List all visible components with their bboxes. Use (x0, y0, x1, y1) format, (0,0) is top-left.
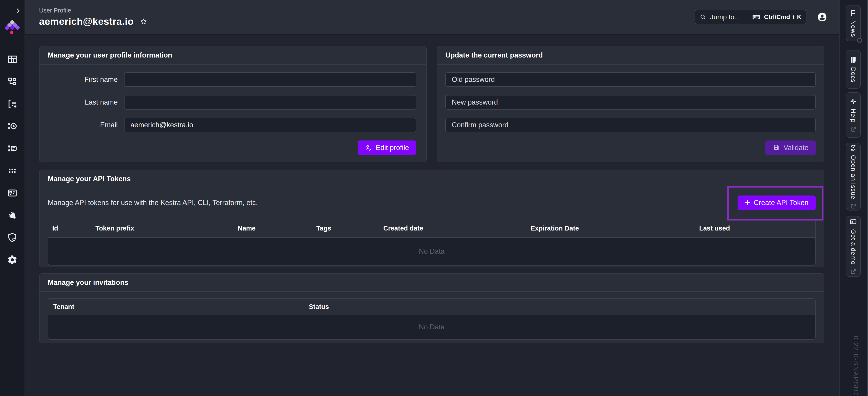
edit-profile-button[interactable]: Edit profile (358, 141, 416, 155)
col-id: Id (52, 224, 95, 232)
col-tags: Tags (316, 224, 383, 232)
create-api-token-button[interactable]: + Create API Token (738, 195, 816, 210)
last-name-input[interactable] (124, 95, 416, 110)
external-link-icon (850, 203, 857, 209)
nav-revisions-icon[interactable] (7, 121, 18, 131)
nav-administration-icon[interactable] (7, 232, 18, 243)
nav-blueprints-icon[interactable] (7, 188, 18, 198)
col-expiration-date: Expiration Date (531, 224, 699, 232)
sidebar-expand-chevron-icon[interactable] (14, 7, 21, 14)
book-icon (849, 56, 857, 63)
plus-icon: + (745, 198, 750, 207)
col-name: Name (238, 224, 316, 232)
account-edit-icon (365, 144, 372, 151)
keyboard-icon (752, 13, 761, 21)
first-name-label: First name (50, 75, 124, 84)
flag-icon (849, 9, 857, 17)
col-tenant: Tenant (53, 303, 309, 310)
save-icon (773, 144, 780, 151)
search-placeholder: Jump to... (710, 13, 748, 21)
invitations-empty-state: No Data (48, 315, 815, 339)
col-last-used: Last used (699, 224, 815, 232)
monitor-icon (849, 218, 857, 225)
slack-icon (849, 98, 857, 105)
old-password-input[interactable] (445, 72, 816, 87)
email-label: Email (50, 121, 124, 129)
col-token-prefix: Token prefix (95, 224, 238, 232)
top-bar: User Profile aemerich@kestra.io Jump to.… (25, 0, 839, 35)
page-heading: User Profile aemerich@kestra.io (39, 7, 148, 27)
search-icon (700, 13, 707, 21)
api-tokens-table-header: Id Token prefix Name Tags Created date E… (48, 219, 815, 237)
password-card-title: Update the current password (445, 51, 543, 59)
page-title: aemerich@kestra.io (39, 16, 134, 27)
sidebar-nav (0, 54, 25, 265)
left-sidebar (0, 0, 25, 396)
help-button[interactable]: Help (846, 92, 861, 138)
first-name-row: First name (50, 72, 416, 87)
api-tokens-table: Id Token prefix Name Tags Created date E… (48, 219, 816, 266)
main-content: Manage your user profile information Fir… (25, 35, 839, 396)
nav-dashboard-icon[interactable] (7, 54, 18, 65)
external-link-icon (850, 126, 857, 132)
version-label: 0.22.0-SNAPSHOT (852, 336, 860, 396)
nav-logs-icon[interactable] (7, 143, 18, 154)
api-tokens-card-title: Manage your API Tokens (48, 175, 131, 183)
kestra-app: User Profile aemerich@kestra.io Jump to.… (0, 0, 868, 396)
kestra-logo[interactable] (5, 20, 20, 36)
docs-button[interactable]: Docs (846, 50, 861, 89)
news-notification-badge (857, 38, 862, 43)
jump-to-search[interactable]: Jump to... Ctrl/Cmd + K (694, 10, 806, 24)
get-a-demo-button[interactable]: Get a demo (846, 216, 861, 277)
email-row: Email (50, 118, 416, 132)
invitations-card-title: Manage your invitations (48, 278, 128, 287)
last-name-label: Last name (50, 98, 124, 106)
col-created-date: Created date (383, 224, 531, 232)
last-name-row: Last name (50, 95, 416, 110)
user-avatar-icon[interactable] (817, 12, 827, 22)
issue-reopened-icon (849, 144, 857, 151)
api-tokens-empty-state: No Data (48, 237, 815, 265)
profile-card: Manage your user profile information Fir… (39, 46, 427, 162)
api-tokens-description: Manage API tokens for use with the Kestr… (48, 199, 258, 207)
nav-namespaces-icon[interactable] (7, 165, 18, 176)
validate-button[interactable]: Validate (765, 141, 816, 155)
first-name-input[interactable] (124, 72, 416, 87)
profile-card-title: Manage your user profile information (48, 51, 172, 59)
right-rail: News Docs Help Open an Issue Get a demo … (839, 0, 868, 396)
confirm-password-input[interactable] (445, 118, 816, 132)
nav-executions-icon[interactable] (7, 99, 18, 109)
search-shortcut: Ctrl/Cmd + K (764, 13, 801, 21)
nav-flows-icon[interactable] (7, 77, 18, 87)
favorite-star-icon[interactable] (140, 18, 148, 26)
api-tokens-card: Manage your API Tokens Manage API tokens… (39, 170, 825, 267)
invitations-card: Manage your invitations Tenant Status No… (39, 273, 825, 343)
news-button[interactable]: News (846, 5, 861, 41)
window-scrollbar[interactable] (867, 0, 868, 396)
open-an-issue-button[interactable]: Open an Issue (846, 143, 861, 211)
nav-plugins-icon[interactable] (7, 210, 18, 220)
col-status: Status (309, 303, 815, 310)
email-input[interactable] (124, 118, 416, 132)
breadcrumb: User Profile (39, 7, 148, 14)
external-link-icon (850, 269, 857, 275)
invitations-table-header: Tenant Status (48, 299, 815, 315)
password-card: Update the current password Validate (437, 46, 825, 162)
invitations-table: Tenant Status No Data (48, 298, 816, 340)
new-password-input[interactable] (445, 95, 816, 110)
nav-settings-icon[interactable] (7, 254, 18, 265)
